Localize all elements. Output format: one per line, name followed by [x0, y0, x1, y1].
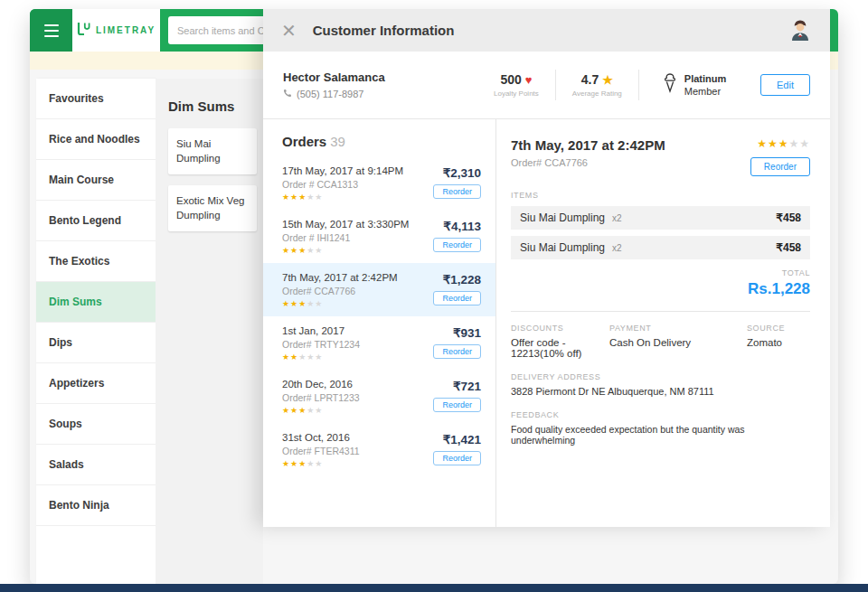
- source-label: SOURCE: [747, 324, 810, 333]
- sidebar-item-dips[interactable]: Dips: [36, 323, 156, 363]
- detail-order-number: Order# CCA7766: [511, 157, 665, 168]
- sidebar-item-dim-sums[interactable]: Dim Sums: [36, 282, 156, 323]
- order-number: Order # IHI1241: [282, 232, 409, 243]
- order-date: 1st Jan, 2017: [282, 325, 360, 336]
- reorder-button[interactable]: Reorder: [433, 238, 481, 252]
- sidebar-item-soups[interactable]: Soups: [36, 404, 156, 445]
- order-rating-stars: ★★★★★: [282, 459, 360, 468]
- item-price: ₹458: [776, 241, 801, 254]
- discounts-block: DISCOUNTS Offer code - 12213(10% off): [511, 324, 609, 359]
- delivery-address-value: 3828 Piermont Dr NE Albuquerque, NM 8711…: [511, 386, 810, 397]
- order-item-row: Siu Mai Dumpling x2 ₹458: [511, 206, 810, 230]
- item-name: Siu Mai Dumpling: [520, 211, 605, 224]
- avatar-icon[interactable]: [788, 19, 812, 42]
- feedback-value: Food quality exceeded expectation but th…: [511, 424, 810, 446]
- order-price: ₹1,228: [433, 272, 481, 287]
- membership-word: Member: [684, 86, 721, 97]
- order-row[interactable]: 20th Dec, 2016 Order# LPRT1233 ★★★★★ ₹72…: [263, 370, 495, 423]
- orders-title: Orders: [282, 134, 326, 149]
- heart-icon: ♥: [525, 73, 533, 87]
- hamburger-menu-icon[interactable]: [30, 9, 72, 52]
- sidebar-item-the-exotics[interactable]: The Exotics: [36, 241, 156, 282]
- delivery-address-block: DELIVERY ADDRESS 3828 Piermont Dr NE Alb…: [511, 372, 810, 397]
- average-rating-label: Average Rating: [572, 89, 622, 98]
- order-rating-stars: ★★★★★: [282, 299, 398, 308]
- sidebar-item-favourites[interactable]: Favourites: [36, 79, 156, 119]
- order-price: ₹4,113: [433, 219, 481, 233]
- total-value: Rs.1,228: [511, 280, 810, 298]
- order-date: 15th May, 2017 at 3:330PM: [282, 219, 409, 230]
- star-icon: ★: [602, 73, 613, 87]
- phone-icon: [283, 89, 292, 99]
- limetray-logo-text: LIMETRAY: [96, 25, 156, 35]
- order-date: 7th May, 2017 at 2:42PM: [282, 272, 398, 283]
- order-rating-stars: ★★★★★: [282, 406, 360, 415]
- order-row[interactable]: 1st Jan, 2017 Order# TRTY1234 ★★★★★ ₹931…: [263, 316, 495, 370]
- modal-title: Customer Information: [313, 23, 455, 38]
- app-window: LIMETRAY Favourites Rice and Noodles Mai…: [30, 9, 838, 584]
- reorder-button[interactable]: Reorder: [433, 398, 481, 412]
- order-rating-stars: ★★★★★: [282, 193, 403, 202]
- reorder-button[interactable]: Reorder: [433, 344, 481, 359]
- payment-label: PAYMENT: [609, 324, 747, 333]
- reorder-button[interactable]: Reorder: [433, 451, 481, 465]
- payment-block: PAYMENT Cash On Delivery: [609, 324, 747, 359]
- item-quantity: x2: [612, 243, 622, 253]
- discounts-value: Offer code - 12213(10% off): [511, 337, 609, 359]
- total-label: TOTAL: [511, 268, 810, 277]
- average-rating-value: 4.7: [581, 72, 599, 87]
- sidebar-item-bento-ninja[interactable]: Bento Ninja: [36, 485, 156, 526]
- order-row[interactable]: 31st Oct, 2016 Order# FTER4311 ★★★★★ ₹1,…: [263, 423, 495, 476]
- menu-items-panel: Dim Sums Siu Mai Dumpling Exotic Mix Veg…: [156, 79, 263, 584]
- order-number: Order # CCA1313: [282, 179, 403, 190]
- order-detail-panel: 7th May, 2017 at 2:42PM Order# CCA7766 ★…: [496, 119, 830, 527]
- average-rating-stat: 4.7 ★ Average Rating: [556, 72, 638, 98]
- limetray-logo[interactable]: LIMETRAY: [72, 9, 160, 52]
- order-row-selected[interactable]: 7th May, 2017 at 2:42PM Order# CCA7766 ★…: [263, 263, 495, 316]
- customer-name: Hector Salamanca: [283, 70, 477, 84]
- menu-item-exotic-mix-veg-dumpling[interactable]: Exotic Mix Veg Dumpling: [168, 185, 257, 231]
- order-item-row: Siu Mai Dumpling x2 ₹458: [511, 236, 810, 259]
- membership-tier: Platinum: [684, 72, 726, 85]
- order-price: ₹1,421: [433, 432, 481, 446]
- loyalty-points-value: 500: [500, 72, 521, 87]
- total-block: TOTAL Rs.1,228: [511, 268, 810, 312]
- order-date: 31st Oct, 2016: [282, 432, 360, 443]
- reorder-button[interactable]: Reorder: [433, 184, 481, 199]
- sidebar-item-bento-legend[interactable]: Bento Legend: [36, 201, 156, 241]
- order-row[interactable]: 17th May, 2017 at 9:14PM Order # CCA1313…: [263, 156, 495, 210]
- order-row[interactable]: 15th May, 2017 at 3:330PM Order # IHI124…: [263, 210, 495, 263]
- orders-count: 39: [330, 134, 345, 149]
- order-rating-stars: ★★★★★: [282, 352, 360, 362]
- payment-value: Cash On Delivery: [609, 337, 747, 348]
- customer-phone: (505) 117-8987: [297, 89, 363, 99]
- order-number: Order# LPRT1233: [282, 392, 360, 403]
- order-date: 20th Dec, 2016: [282, 379, 360, 390]
- order-price: ₹931: [433, 325, 481, 340]
- membership-badge: Platinum Member: [639, 72, 726, 99]
- modal-header: ✕ Customer Information: [263, 9, 830, 52]
- detail-reorder-button[interactable]: Reorder: [750, 157, 810, 176]
- menu-item-siu-mai-dumpling[interactable]: Siu Mai Dumpling: [168, 128, 257, 174]
- limetray-logo-icon: [77, 22, 90, 40]
- ice-cream-icon: [663, 73, 677, 97]
- sidebar-item-rice-and-noodles[interactable]: Rice and Noodles: [36, 119, 156, 160]
- reorder-button[interactable]: Reorder: [433, 291, 481, 305]
- source-value: Zomato: [747, 337, 810, 348]
- customer-summary-row: Hector Salamanca (505) 117-8987 500 ♥ Lo…: [263, 52, 830, 119]
- edit-button[interactable]: Edit: [760, 74, 810, 96]
- sidebar-item-salads[interactable]: Salads: [36, 445, 156, 485]
- sidebar-item-main-course[interactable]: Main Course: [36, 160, 156, 201]
- item-price: ₹458: [776, 211, 801, 224]
- source-block: SOURCE Zomato: [747, 324, 810, 359]
- delivery-address-label: DELIVERY ADDRESS: [511, 372, 810, 381]
- close-icon[interactable]: ✕: [281, 22, 297, 40]
- orders-panel: Orders39 17th May, 2017 at 9:14PM Order …: [263, 119, 496, 527]
- category-title: Dim Sums: [156, 79, 263, 128]
- items-label: ITEMS: [511, 191, 810, 200]
- feedback-block: FEEDBACK Food quality exceeded expectati…: [511, 410, 810, 446]
- orders-heading: Orders39: [263, 119, 495, 156]
- item-quantity: x2: [612, 213, 622, 223]
- discounts-label: DISCOUNTS: [511, 324, 609, 333]
- sidebar-item-appetizers[interactable]: Appetizers: [36, 363, 156, 404]
